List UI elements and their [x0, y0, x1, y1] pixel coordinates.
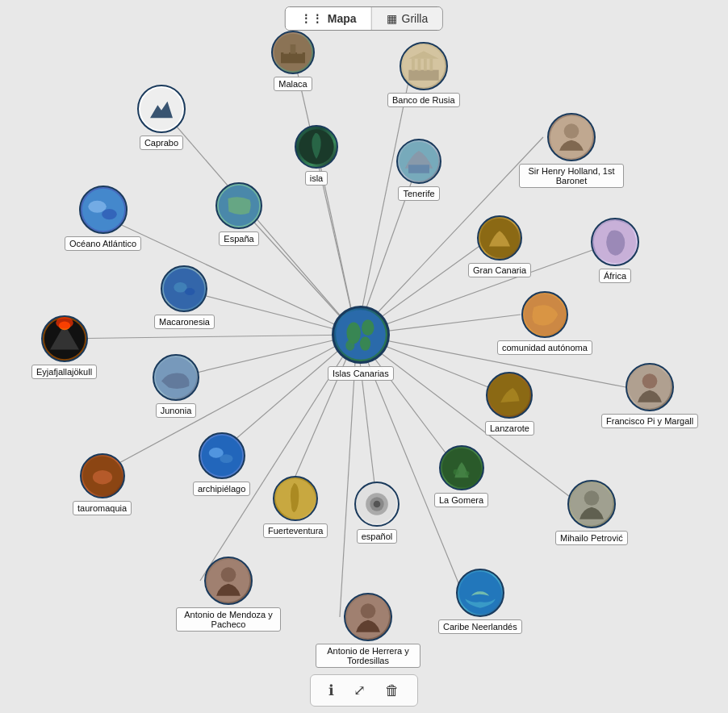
svg-point-25 [336, 310, 386, 360]
node-image-la-gomera [439, 445, 484, 490]
node-antonio-h[interactable]: Antonio de Herrera y Tordesillas [316, 593, 420, 668]
svg-rect-38 [417, 59, 420, 71]
node-antonio-m[interactable]: Antonio de Mendoza y Pacheco [176, 557, 281, 632]
node-francisco[interactable]: Francisco Pi y Margall [601, 363, 698, 428]
node-banco-rusia[interactable]: Banco de Rusia [387, 42, 460, 107]
node-caribe[interactable]: Caribe Neerlandés [438, 569, 522, 634]
node-la-gomera[interactable]: La Gomera [434, 445, 488, 507]
node-image-islas-canarias [332, 306, 390, 364]
svg-point-66 [642, 373, 658, 389]
node-label-caribe: Caribe Neerlandés [438, 619, 522, 634]
svg-point-42 [140, 88, 182, 130]
node-mihailo[interactable]: Mihailo Petrović [555, 480, 628, 545]
node-image-archipielago [199, 432, 245, 479]
node-label-lanzarote: Lanzarote [485, 421, 534, 436]
node-image-caprabo [137, 85, 186, 133]
node-image-antonio-m [204, 557, 253, 605]
node-label-isla: isla [305, 171, 328, 186]
node-eyjafjall[interactable]: Eyjafjallajökull [31, 315, 97, 379]
svg-point-28 [360, 336, 370, 351]
tab-mapa[interactable]: ⋮⋮ Mapa [286, 7, 372, 30]
node-image-tauromaquia [80, 453, 125, 498]
svg-line-12 [55, 335, 357, 339]
node-label-eyjafjall: Eyjafjallajökull [31, 365, 97, 379]
node-espanol[interactable]: español [354, 482, 400, 544]
svg-point-76 [374, 501, 381, 508]
node-label-antonio-h: Antonio de Herrera y Tordesillas [316, 644, 420, 668]
tab-grilla[interactable]: ▦ Grilla [372, 7, 443, 30]
node-image-junonia [153, 354, 199, 401]
svg-rect-39 [424, 59, 427, 71]
node-image-fuerteventura [273, 476, 318, 521]
node-label-tauromaquia: tauromaquia [73, 501, 132, 515]
info-button[interactable]: ℹ [324, 680, 339, 701]
bottom-bar: ℹ ⤢ 🗑 [310, 674, 418, 707]
node-fuerteventura[interactable]: Fuerteventura [263, 476, 328, 538]
node-image-malaca [271, 31, 315, 74]
svg-point-29 [345, 340, 354, 351]
node-image-lanzarote [486, 372, 533, 419]
node-image-eyjafjall [41, 315, 88, 362]
node-image-macaronesia [161, 265, 207, 312]
node-image-isla [295, 125, 338, 169]
node-label-espanol: español [357, 529, 398, 544]
node-label-junonia: Junonia [156, 403, 197, 418]
svg-point-27 [362, 319, 374, 336]
svg-point-53 [102, 209, 117, 219]
node-label-espana: España [219, 231, 258, 246]
mapa-icon: ⋮⋮ [300, 12, 323, 25]
delete-button[interactable]: 🗑 [380, 680, 404, 701]
svg-rect-46 [408, 165, 429, 173]
node-caprabo[interactable]: Caprabo [137, 85, 186, 150]
node-junonia[interactable]: Junonia [153, 354, 199, 418]
node-image-sir-henry [547, 113, 596, 161]
svg-rect-32 [283, 47, 289, 53]
svg-rect-33 [291, 44, 296, 54]
svg-line-0 [293, 52, 357, 335]
svg-point-79 [465, 471, 469, 475]
node-espana[interactable]: España [215, 182, 262, 246]
node-gran-canaria[interactable]: Gran Canaria [468, 215, 531, 277]
node-image-caribe [456, 569, 504, 617]
node-label-antonio-m: Antonio de Mendoza y Pacheco [176, 607, 281, 632]
svg-point-48 [564, 123, 579, 139]
svg-rect-31 [281, 52, 305, 63]
node-isla[interactable]: isla [295, 125, 338, 186]
node-africa[interactable]: África [591, 218, 639, 283]
node-comunidad[interactable]: comunidad autónoma [497, 291, 592, 355]
node-label-archipielago: archipiélago [193, 482, 250, 496]
node-archipielago[interactable]: archipiélago [193, 432, 250, 496]
tab-mapa-label: Mapa [328, 12, 357, 25]
node-label-fuerteventura: Fuerteventura [263, 523, 328, 538]
node-malaca[interactable]: Malaca [271, 31, 315, 91]
svg-point-69 [220, 454, 232, 463]
node-image-francisco [625, 363, 674, 411]
svg-point-62 [56, 317, 73, 328]
tab-grilla-label: Grilla [402, 12, 429, 25]
node-label-malaca: Malaca [274, 77, 312, 91]
node-label-africa: África [599, 269, 631, 283]
node-lanzarote[interactable]: Lanzarote [485, 372, 534, 436]
svg-point-86 [361, 603, 376, 619]
node-image-ocean [79, 186, 128, 234]
node-ocean[interactable]: Océano Atlántico [65, 186, 141, 251]
node-image-comunidad [521, 291, 568, 338]
svg-rect-34 [297, 48, 303, 54]
node-image-africa [591, 218, 639, 266]
node-macaronesia[interactable]: Macaronesia [154, 265, 215, 329]
node-image-banco-rusia [400, 42, 448, 90]
node-tauromaquia[interactable]: tauromaquia [73, 453, 132, 515]
node-image-tenerife [396, 139, 441, 184]
node-label-ocean: Océano Atlántico [65, 236, 141, 251]
svg-point-71 [92, 470, 111, 484]
node-label-banco-rusia: Banco de Rusia [387, 93, 460, 107]
node-tenerife[interactable]: Tenerife [396, 139, 441, 201]
node-label-comunidad: comunidad autónoma [497, 340, 592, 355]
svg-rect-40 [429, 59, 433, 71]
node-label-macaronesia: Macaronesia [154, 315, 215, 329]
tab-bar: ⋮⋮ Mapa ▦ Grilla [285, 6, 443, 31]
node-label-gran-canaria: Gran Canaria [468, 263, 531, 277]
node-sir-henry[interactable]: Sir Henry Holland, 1st Baronet [519, 113, 624, 188]
node-islas-canarias[interactable]: Islas Canarias [328, 306, 394, 381]
expand-button[interactable]: ⤢ [349, 680, 370, 701]
